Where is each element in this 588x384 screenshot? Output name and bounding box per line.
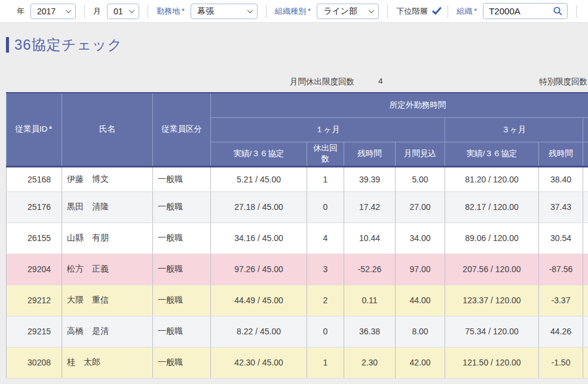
- search-icon[interactable]: [553, 6, 563, 16]
- one-month-actual-cell: 97.26 / 45.00: [211, 254, 307, 285]
- employee-id-cell: 29204: [7, 254, 62, 285]
- organization-search-field[interactable]: [483, 3, 568, 19]
- special-limit-label: 特別限度回数: [539, 77, 587, 87]
- one-month-actual-cell: 34.16 / 45.00: [211, 223, 307, 254]
- agreement-check-table: 従業員ID▲ 氏名 従業員区分 所定外勤務時間 １ヶ月 ３ヶ月 実績/３６協定 …: [6, 92, 588, 379]
- chevron-down-icon: [66, 7, 72, 13]
- org-type-label: 組織種別*: [275, 6, 311, 17]
- three-month-remaining-cell: -1.50: [539, 347, 583, 378]
- employee-id-cell: 25168: [7, 166, 62, 191]
- employee-name-cell: 山縣 有朋: [62, 223, 153, 254]
- chevron-down-icon: [369, 7, 375, 13]
- cut-off-cell: [583, 223, 588, 254]
- monthly-holiday-limit-label: 月間休出限度回数: [290, 77, 354, 87]
- limits-row: 月間休出限度回数 4 特別限度回数: [0, 77, 588, 87]
- table-row: 25176黒田 清隆一般職27.18 / 45.00017.4227.0082.…: [7, 191, 588, 223]
- page-title: 36協定チェック: [14, 35, 122, 54]
- filter-bar: 年 2017 月 01 勤務地* 幕張 組織種別* ライン部 下位階層 組織*: [0, 0, 588, 23]
- header-next-col-cut: [583, 142, 588, 166]
- divider: [148, 5, 148, 18]
- header-monthly-forecast: 月間見込: [396, 142, 445, 166]
- one-month-actual-cell: 5.21 / 45.00: [211, 166, 307, 191]
- three-month-actual-cell: 123.37 / 120.00: [445, 285, 539, 316]
- title-accent-bar: [6, 37, 9, 53]
- header-one-month: １ヶ月: [211, 117, 445, 142]
- cut-off-cell: [583, 166, 588, 191]
- three-month-remaining-cell: 38.40: [539, 166, 583, 191]
- employee-name-cell: 伊藤 博文: [62, 166, 153, 191]
- three-month-actual-cell: 81.20 / 120.00: [445, 166, 539, 191]
- org-type-select-value: ライン部: [323, 6, 357, 17]
- monthly-forecast-cell: 27.00: [396, 191, 445, 223]
- month-label: 月: [93, 6, 101, 17]
- work-location-select[interactable]: 幕張: [191, 4, 258, 19]
- three-month-remaining-cell: -87.56: [539, 254, 583, 285]
- year-label: 年: [17, 6, 24, 17]
- table-row: 29215高橋 是清一般職8.22 / 45.00036.388.0075.34…: [7, 316, 588, 347]
- header-name: 氏名: [62, 93, 153, 166]
- employee-name-cell: 大隈 重信: [62, 285, 153, 316]
- employee-category-cell: 一般職: [153, 347, 211, 378]
- divider: [84, 5, 85, 18]
- holiday-count-cell: 0: [307, 191, 344, 223]
- three-month-actual-cell: 89.06 / 120.00: [445, 223, 539, 254]
- chevron-down-icon: [129, 7, 135, 13]
- lower-hierarchy-label: 下位階層: [396, 6, 427, 17]
- three-month-remaining-cell: 30.54: [539, 223, 583, 254]
- employee-name-cell: 松方 正義: [62, 254, 153, 285]
- work-location-select-value: 幕張: [197, 6, 214, 17]
- year-select[interactable]: 2017: [30, 4, 76, 19]
- three-month-remaining-cell: -3.37: [539, 285, 583, 316]
- sort-ascending-icon: ▲: [48, 124, 53, 130]
- divider: [266, 5, 267, 18]
- divider: [448, 5, 448, 18]
- table-row: 30208桂 太郎一般職42.30 / 45.0012.3042.00121.5…: [7, 347, 588, 378]
- holiday-count-cell: 0: [307, 316, 344, 347]
- header-holiday-count: 休出回数: [307, 142, 344, 166]
- one-month-remaining-cell: 0.11: [344, 285, 396, 316]
- agreement-check-table-wrap: 従業員ID▲ 氏名 従業員区分 所定外勤務時間 １ヶ月 ３ヶ月 実績/３６協定 …: [6, 92, 588, 379]
- monthly-forecast-cell: 97.00: [396, 254, 445, 285]
- holiday-count-cell: 1: [307, 347, 344, 378]
- holiday-count-cell: 1: [307, 166, 344, 191]
- cut-off-cell: [583, 254, 588, 285]
- organization-input[interactable]: [489, 6, 549, 16]
- header-employee-id[interactable]: 従業員ID▲: [7, 93, 62, 166]
- three-month-remaining-cell: 44.26: [539, 316, 583, 347]
- one-month-actual-cell: 42.30 / 45.00: [211, 347, 307, 378]
- employee-category-cell: 一般職: [153, 223, 211, 254]
- cut-off-cell: [583, 191, 588, 223]
- cut-off-cell: [583, 285, 588, 316]
- monthly-forecast-cell: 34.00: [396, 223, 445, 254]
- employee-category-cell: 一般職: [153, 316, 211, 347]
- one-month-remaining-cell: 39.39: [344, 166, 396, 191]
- header-overtime-group: 所定外勤務時間: [211, 93, 588, 117]
- employee-category-cell: 一般職: [153, 285, 211, 316]
- one-month-actual-cell: 27.18 / 45.00: [211, 191, 307, 223]
- monthly-forecast-cell: 44.00: [396, 285, 445, 316]
- employee-id-cell: 29215: [7, 316, 62, 347]
- cut-off-cell: [583, 347, 588, 378]
- one-month-actual-cell: 8.22 / 45.00: [211, 316, 307, 347]
- month-select[interactable]: 01: [107, 4, 139, 19]
- one-month-remaining-cell: 2.30: [344, 347, 396, 378]
- three-month-remaining-cell: 37.43: [539, 191, 583, 223]
- employee-id-cell: 30208: [7, 347, 62, 378]
- month-select-value: 01: [114, 7, 123, 16]
- monthly-forecast-cell: 42.00: [396, 347, 445, 378]
- employee-id-cell: 25176: [7, 191, 62, 223]
- employee-table-body: 25168伊藤 博文一般職5.21 / 45.00139.395.0081.20…: [7, 166, 588, 378]
- org-type-select[interactable]: ライン部: [317, 4, 379, 19]
- cut-off-cell: [583, 316, 588, 347]
- header-three-months: ３ヶ月: [445, 117, 583, 142]
- lower-hierarchy-checkbox[interactable]: [432, 5, 442, 15]
- three-month-actual-cell: 82.17 / 120.00: [445, 191, 539, 223]
- employee-name-cell: 高橋 是清: [62, 316, 153, 347]
- table-row: 25168伊藤 博文一般職5.21 / 45.00139.395.0081.20…: [7, 166, 588, 191]
- header-remaining-3m: 残時間: [539, 142, 583, 166]
- three-month-actual-cell: 75.34 / 120.00: [445, 316, 539, 347]
- employee-name-cell: 桂 太郎: [62, 347, 153, 378]
- one-month-remaining-cell: 17.42: [344, 191, 396, 223]
- chevron-down-icon: [247, 7, 253, 13]
- organization-label: 組織*: [457, 6, 477, 17]
